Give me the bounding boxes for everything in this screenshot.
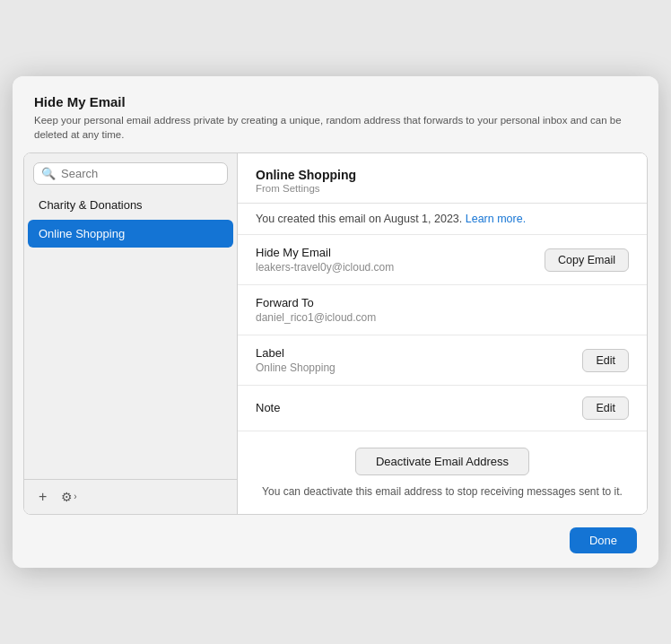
sidebar-footer: + ⚙› [24,479,237,514]
detail-panel: Online Shopping From Settings You create… [238,153,647,514]
deactivate-description: You can deactivate this email address to… [262,484,623,500]
window-description: Keep your personal email address private… [34,113,637,142]
hide-my-email-row: Hide My Email leakers-travel0y@icloud.co… [238,235,647,285]
search-icon: 🔍 [41,167,56,180]
detail-title: Online Shopping [256,168,629,182]
add-email-button[interactable]: + [35,487,50,507]
window-title: Hide My Email [34,94,637,109]
note-edit-button[interactable]: Edit [582,396,629,420]
copy-email-button[interactable]: Copy Email [545,248,629,272]
search-bar[interactable]: 🔍 [33,162,228,185]
deactivate-button[interactable]: Deactivate Email Address [355,448,529,475]
detail-header: Online Shopping From Settings [238,153,647,204]
sidebar-items: Charity & Donations Online Shopping [24,190,237,479]
hide-my-email-window: Hide My Email Keep your personal email a… [13,76,658,568]
detail-info-text: You created this email on August 1, 2023… [256,213,462,225]
label-value: Online Shopping [256,361,336,374]
forward-to-label: Forward To [256,296,376,309]
gear-icon: ⚙ [61,490,73,504]
window-header: Hide My Email Keep your personal email a… [13,76,658,152]
hide-my-email-label: Hide My Email [256,246,394,259]
hide-my-email-value: leakers-travel0y@icloud.com [256,261,394,274]
main-content: 🔍 Charity & Donations Online Shopping + … [23,152,648,515]
label-label: Label [256,346,336,360]
sidebar: 🔍 Charity & Donations Online Shopping + … [24,153,238,514]
done-button[interactable]: Done [570,527,637,553]
deactivate-section: Deactivate Email Address You can deactiv… [238,431,647,514]
note-row: Note Edit [238,386,647,431]
detail-subtitle: From Settings [256,183,629,194]
window-footer: Done [13,515,658,568]
search-input[interactable] [61,167,220,180]
note-label: Note [256,401,280,414]
chevron-icon: › [74,492,76,501]
learn-more-link[interactable]: Learn more. [466,213,526,225]
detail-info-row: You created this email on August 1, 2023… [238,204,647,235]
label-row: Label Online Shopping Edit [238,335,647,386]
label-edit-button[interactable]: Edit [582,349,629,372]
forward-to-row: Forward To daniel_rico1@icloud.com [238,285,647,335]
sidebar-item-online-shopping[interactable]: Online Shopping [28,220,233,248]
sidebar-item-charity[interactable]: Charity & Donations [28,191,233,219]
settings-button[interactable]: ⚙› [57,488,80,506]
forward-to-value: daniel_rico1@icloud.com [256,311,376,324]
